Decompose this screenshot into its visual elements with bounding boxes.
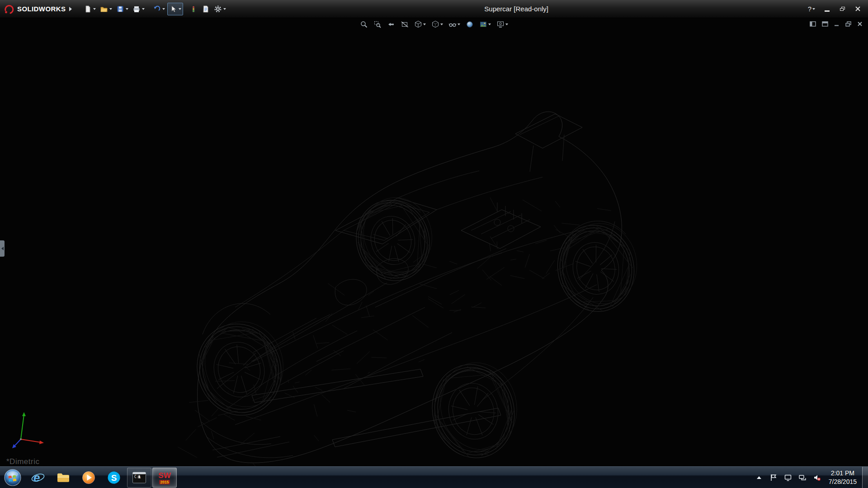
hide-show-dropdown-arrow[interactable]: [458, 23, 460, 25]
flyout-arrow-icon: [1, 247, 4, 250]
doc-pane-left-button[interactable]: [810, 21, 816, 27]
close-icon: [855, 6, 861, 12]
display-tray-button[interactable]: [783, 472, 793, 483]
print-button[interactable]: [131, 3, 146, 15]
document-window-controls: [810, 21, 863, 27]
display-style-icon: [431, 20, 439, 28]
windows-start-orb-icon: [4, 469, 22, 487]
taskbar-item-command-prompt[interactable]: C:\: [127, 468, 151, 488]
save-button[interactable]: [114, 3, 130, 15]
sw-glyph: SW: [158, 471, 171, 480]
minimize-icon: [825, 10, 830, 12]
volume-icon: [813, 474, 821, 482]
edit-appearance-button[interactable]: [465, 19, 475, 29]
start-button[interactable]: [0, 467, 25, 488]
zoom-to-fit-button[interactable]: [359, 19, 369, 29]
taskbar-clock[interactable]: 2:01 PM 7/28/2015: [827, 469, 859, 485]
zoom-to-fit-icon: [360, 20, 368, 28]
taskbar-item-skype[interactable]: S: [102, 468, 126, 488]
new-dropdown-arrow[interactable]: [93, 8, 96, 10]
display-icon: [784, 474, 792, 482]
action-center-flag-icon: [769, 474, 778, 482]
solidworks-logo[interactable]: SOLIDWORKS: [0, 0, 75, 18]
chevron-up-icon: [757, 476, 761, 479]
select-button[interactable]: [167, 3, 183, 15]
minimize-button[interactable]: [820, 4, 834, 14]
taskbar-item-solidworks[interactable]: SW 2015: [152, 468, 177, 488]
previous-view-button[interactable]: [386, 19, 396, 29]
sw-badge-2015: 2015: [160, 480, 169, 484]
show-desktop-button[interactable]: [862, 467, 868, 488]
help-dropdown-arrow[interactable]: [812, 8, 815, 10]
options-button[interactable]: [212, 3, 228, 15]
select-dropdown-arrow[interactable]: [179, 8, 181, 10]
help-button[interactable]: ?: [805, 4, 818, 14]
solidworks-window: SOLIDWORKS: [0, 0, 868, 488]
rebuild-traffic-light-icon: [189, 5, 198, 13]
help-icon: ?: [808, 5, 811, 13]
display-style-button[interactable]: [430, 19, 444, 29]
print-dropdown-arrow[interactable]: [142, 8, 145, 10]
doc-pane-top-button[interactable]: [822, 21, 828, 27]
print-icon: [132, 5, 141, 13]
command-prompt-icon: C:\: [132, 471, 146, 484]
zoom-to-area-button[interactable]: [373, 19, 382, 29]
show-hidden-icons-button[interactable]: [755, 472, 764, 483]
volume-tray-button[interactable]: [812, 472, 821, 483]
undo-button[interactable]: [151, 3, 167, 15]
pane-top-icon: [822, 21, 828, 27]
view-orientation-button[interactable]: [413, 19, 427, 29]
action-center-button[interactable]: [769, 472, 778, 483]
section-view-icon: [401, 20, 409, 28]
wireframe-model: [0, 18, 868, 466]
view-orientation-dropdown-arrow[interactable]: [423, 23, 426, 25]
save-dropdown-arrow[interactable]: [126, 8, 128, 10]
apply-scene-button[interactable]: [478, 19, 492, 29]
window-controls: ?: [805, 4, 868, 14]
clock-time: 2:01 PM: [829, 469, 857, 477]
select-cursor-icon: [169, 5, 177, 13]
doc-close-button[interactable]: [857, 21, 863, 27]
view-settings-dropdown-arrow[interactable]: [505, 23, 508, 25]
pane-left-icon: [810, 21, 816, 27]
options-dropdown-arrow[interactable]: [223, 8, 226, 10]
app-name: SOLIDWORKS: [17, 5, 66, 13]
folder-icon: [56, 470, 71, 485]
file-properties-button[interactable]: [200, 3, 212, 15]
internet-explorer-icon: e: [31, 470, 45, 485]
orientation-triad: [10, 410, 52, 452]
undo-dropdown-arrow[interactable]: [162, 8, 165, 10]
apply-scene-dropdown-arrow[interactable]: [488, 23, 491, 25]
skype-icon: S: [107, 470, 121, 485]
hide-show-glasses-icon: [448, 20, 457, 28]
heads-up-toolbar: [359, 19, 509, 29]
view-orientation-cube-icon: [414, 20, 422, 28]
graphics-area[interactable]: *Dimetric: [0, 18, 868, 466]
doc-restore-button[interactable]: [845, 21, 851, 27]
system-tray: 2:01 PM 7/28/2015: [751, 469, 862, 485]
solidworks-logo-icon: [4, 4, 14, 14]
doc-minimize-button[interactable]: [834, 21, 840, 27]
open-folder-icon: [100, 5, 108, 13]
view-settings-button[interactable]: [495, 19, 509, 29]
restore-button[interactable]: [835, 4, 849, 14]
edit-appearance-sphere-icon: [466, 20, 474, 28]
menu-expand-arrow[interactable]: [69, 7, 72, 11]
taskbar-item-media-player[interactable]: [76, 468, 101, 488]
open-dropdown-arrow[interactable]: [109, 8, 112, 10]
title-bar: SOLIDWORKS: [0, 0, 868, 18]
taskbar-item-internet-explorer[interactable]: e: [26, 468, 50, 488]
open-button[interactable]: [98, 3, 114, 15]
feature-manager-flyout-tab[interactable]: [0, 240, 5, 257]
options-gear-icon: [214, 5, 222, 13]
hide-show-items-button[interactable]: [448, 19, 461, 29]
close-button[interactable]: [851, 4, 864, 14]
network-icon: [798, 474, 807, 482]
rebuild-button[interactable]: [188, 3, 199, 15]
network-tray-button[interactable]: [798, 472, 807, 483]
section-view-button[interactable]: [400, 19, 410, 29]
display-style-dropdown-arrow[interactable]: [440, 23, 443, 25]
doc-minimize-icon: [834, 21, 840, 27]
new-button[interactable]: [82, 3, 98, 15]
taskbar-item-windows-explorer[interactable]: [51, 468, 75, 488]
